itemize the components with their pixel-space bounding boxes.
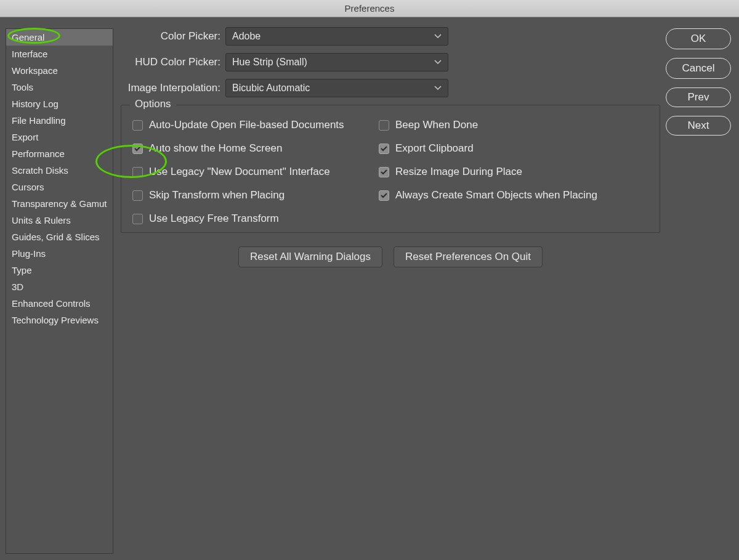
option-export-clipboard[interactable]: Export Clipboard bbox=[379, 142, 650, 155]
image-interpolation-value: Bicubic Automatic bbox=[232, 83, 310, 94]
options-fieldset: Options Auto-Update Open File-based Docu… bbox=[121, 105, 660, 233]
sidebar-item-label: History Log bbox=[12, 99, 59, 109]
option-resize-image-during-place[interactable]: Resize Image During Place bbox=[379, 166, 650, 178]
hud-color-picker-select[interactable]: Hue Strip (Small) bbox=[225, 53, 448, 71]
sidebar-item-label: Scratch Disks bbox=[12, 165, 68, 176]
sidebar-item-label: Units & Rulers bbox=[12, 215, 71, 225]
sidebar-item-units-rulers[interactable]: Units & Rulers bbox=[6, 212, 113, 229]
color-picker-row: Color Picker: Adobe bbox=[121, 27, 663, 46]
reset-warnings-button[interactable]: Reset All Warning Dialogs bbox=[238, 246, 382, 267]
checkbox-icon bbox=[379, 144, 389, 154]
checkbox-label: Beep When Done bbox=[395, 119, 478, 131]
sidebar-item-label: Interface bbox=[12, 49, 47, 59]
sidebar-item-file-handling[interactable]: File Handling bbox=[6, 112, 113, 129]
sidebar-item-label: Type bbox=[12, 265, 32, 275]
ok-button[interactable]: OK bbox=[666, 28, 731, 49]
cancel-button[interactable]: Cancel bbox=[666, 58, 731, 79]
sidebar-item-label: Export bbox=[12, 132, 38, 142]
sidebar-item-technology-previews[interactable]: Technology Previews bbox=[6, 312, 113, 328]
next-button[interactable]: Next bbox=[666, 116, 731, 136]
sidebar-item-label: 3D bbox=[12, 282, 23, 292]
checkbox-label: Export Clipboard bbox=[395, 142, 474, 155]
checkbox-icon bbox=[132, 190, 143, 201]
option-use-legacy-new-document-interface[interactable]: Use Legacy "New Document" Interface bbox=[132, 166, 379, 178]
category-sidebar: GeneralInterfaceWorkspaceToolsHistory Lo… bbox=[6, 28, 113, 554]
sidebar-item-label: Tools bbox=[12, 82, 33, 92]
reset-prefs-button[interactable]: Reset Preferences On Quit bbox=[394, 246, 543, 267]
sidebar-item-label: Enhanced Controls bbox=[12, 298, 91, 309]
sidebar-item-performance[interactable]: Performance bbox=[6, 145, 113, 162]
checkbox-icon bbox=[132, 214, 143, 224]
sidebar-item-label: Technology Previews bbox=[12, 315, 99, 325]
checkbox-label: Auto-Update Open File-based Documents bbox=[149, 119, 344, 131]
sidebar-item-label: File Handling bbox=[12, 115, 66, 126]
color-picker-label: Color Picker: bbox=[121, 30, 225, 43]
chevron-down-icon bbox=[434, 86, 442, 91]
sidebar-item-tools[interactable]: Tools bbox=[6, 79, 113, 95]
preferences-window: GeneralInterfaceWorkspaceToolsHistory Lo… bbox=[0, 17, 739, 560]
sidebar-item-label: Plug-Ins bbox=[12, 248, 46, 259]
options-legend: Options bbox=[130, 98, 176, 110]
sidebar-item-interface[interactable]: Interface bbox=[6, 46, 113, 62]
checkbox-icon bbox=[132, 144, 143, 154]
prev-button[interactable]: Prev bbox=[666, 87, 731, 107]
color-picker-value: Adobe bbox=[232, 31, 260, 42]
sidebar-item-label: Cursors bbox=[12, 182, 44, 192]
sidebar-item-enhanced-controls[interactable]: Enhanced Controls bbox=[6, 295, 113, 312]
checkbox-icon bbox=[379, 120, 389, 131]
sidebar-item-export[interactable]: Export bbox=[6, 129, 113, 145]
image-interpolation-row: Image Interpolation: Bicubic Automatic bbox=[121, 79, 663, 97]
sidebar-item-guides-grid-slices[interactable]: Guides, Grid & Slices bbox=[6, 229, 113, 245]
option-always-create-smart-objects-when-placing[interactable]: Always Create Smart Objects when Placing bbox=[379, 189, 650, 201]
sidebar-item-cursors[interactable]: Cursors bbox=[6, 179, 113, 195]
sidebar-item-label: Workspace bbox=[12, 65, 58, 76]
checkbox-label: Always Create Smart Objects when Placing bbox=[395, 189, 597, 201]
color-picker-select[interactable]: Adobe bbox=[225, 27, 448, 46]
sidebar-item-workspace[interactable]: Workspace bbox=[6, 62, 113, 79]
checkbox-label: Use Legacy Free Transform bbox=[149, 213, 279, 225]
window-title: Preferences bbox=[0, 0, 739, 17]
image-interpolation-label: Image Interpolation: bbox=[121, 82, 225, 94]
hud-color-picker-label: HUD Color Picker: bbox=[121, 56, 225, 68]
image-interpolation-select[interactable]: Bicubic Automatic bbox=[225, 79, 448, 97]
option-use-legacy-free-transform[interactable]: Use Legacy Free Transform bbox=[132, 213, 379, 225]
sidebar-item-history-log[interactable]: History Log bbox=[6, 95, 113, 112]
chevron-down-icon bbox=[434, 34, 442, 39]
sidebar-item-label: Transparency & Gamut bbox=[12, 198, 107, 209]
dialog-buttons: OK Cancel Prev Next bbox=[666, 28, 731, 136]
checkbox-label: Auto show the Home Screen bbox=[149, 142, 282, 155]
option-auto-show-the-home-screen[interactable]: Auto show the Home Screen bbox=[132, 142, 379, 155]
checkbox-label: Skip Transform when Placing bbox=[149, 189, 285, 201]
checkbox-icon bbox=[132, 167, 143, 177]
chevron-down-icon bbox=[434, 60, 442, 65]
sidebar-item-scratch-disks[interactable]: Scratch Disks bbox=[6, 162, 113, 179]
sidebar-item-label: General bbox=[12, 32, 44, 43]
option-beep-when-done[interactable]: Beep When Done bbox=[379, 119, 650, 131]
sidebar-item-general[interactable]: General bbox=[6, 29, 113, 46]
checkbox-label: Use Legacy "New Document" Interface bbox=[149, 166, 330, 178]
checkbox-label: Resize Image During Place bbox=[395, 166, 522, 178]
sidebar-item-transparency-gamut[interactable]: Transparency & Gamut bbox=[6, 195, 113, 212]
sidebar-item-label: Guides, Grid & Slices bbox=[12, 232, 100, 242]
checkbox-icon bbox=[132, 120, 143, 131]
hud-color-picker-row: HUD Color Picker: Hue Strip (Small) bbox=[121, 53, 663, 71]
hud-color-picker-value: Hue Strip (Small) bbox=[232, 57, 307, 68]
general-panel: Color Picker: Adobe HUD Color Picker: Hu… bbox=[121, 27, 663, 267]
bottom-buttons: Reset All Warning Dialogs Reset Preferen… bbox=[121, 246, 660, 267]
option-auto-update-open-file-based-documents[interactable]: Auto-Update Open File-based Documents bbox=[132, 119, 379, 131]
sidebar-item-plug-ins[interactable]: Plug-Ins bbox=[6, 245, 113, 262]
sidebar-item-type[interactable]: Type bbox=[6, 262, 113, 278]
checkbox-icon bbox=[379, 167, 389, 177]
sidebar-item-3d[interactable]: 3D bbox=[6, 278, 113, 295]
sidebar-item-label: Performance bbox=[12, 148, 65, 159]
option-skip-transform-when-placing[interactable]: Skip Transform when Placing bbox=[132, 189, 379, 201]
checkbox-icon bbox=[379, 190, 389, 201]
